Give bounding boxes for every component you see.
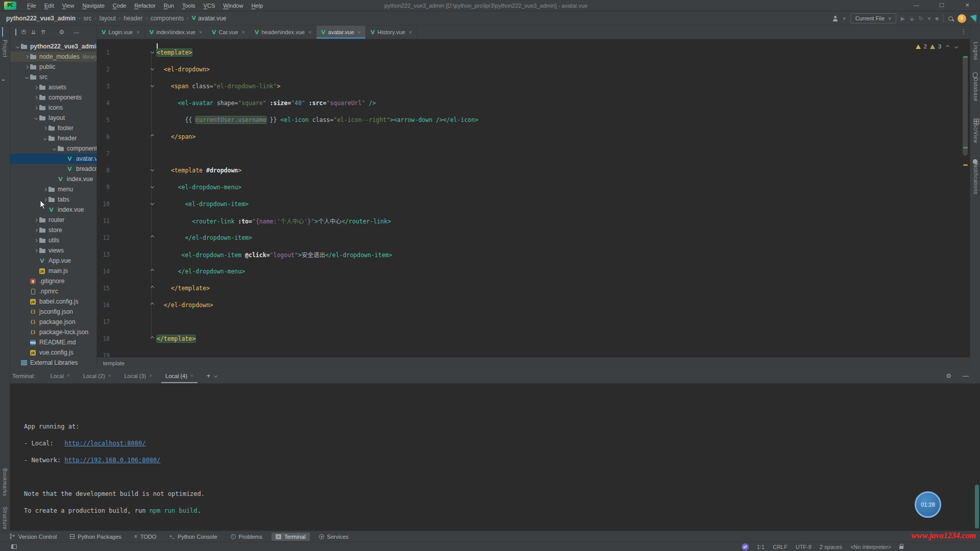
search-everywhere-icon[interactable] [948, 16, 953, 21]
menu-help[interactable]: Help [248, 2, 266, 10]
fold-marker-icon[interactable] [151, 185, 154, 188]
menu-window[interactable]: Window [219, 2, 247, 10]
next-problem-icon[interactable] [954, 44, 958, 48]
menu-navigate[interactable]: Navigate [79, 2, 108, 10]
chevron-right-icon[interactable] [43, 187, 46, 191]
close-terminal-tab-icon[interactable]: × [190, 373, 193, 379]
sidebar-item-project[interactable]: Project [2, 40, 8, 58]
menu-tools[interactable]: Tools [179, 2, 199, 10]
code-editor[interactable]: 2 3 1<template>2 <el-dropdown>3 <span cl… [97, 39, 970, 357]
stop-button[interactable]: ■ [935, 15, 939, 21]
editor-tab-car-vue[interactable]: VCar.vue× [207, 26, 250, 39]
tree-item-readme-md[interactable]: MDREADME.md [10, 337, 96, 347]
chevron-down-icon[interactable] [43, 136, 46, 140]
user-dropdown-arrow-icon[interactable]: ▾ [843, 15, 846, 22]
ide-promo-icon[interactable] [970, 14, 977, 22]
sync-status-icon[interactable]: ⇄ [742, 543, 749, 550]
tree-item-icons[interactable]: icons [10, 103, 96, 113]
toolwindow-button-services[interactable]: Services [315, 533, 353, 541]
sidebar-item-sciview[interactable]: SciView [973, 123, 978, 143]
tree-item-index-vue[interactable]: Vindex.vue [10, 205, 96, 215]
close-terminal-tab-icon[interactable]: × [108, 373, 111, 379]
prev-problem-icon[interactable] [946, 44, 949, 48]
inspections-widget[interactable]: 2 3 [916, 43, 958, 49]
select-opened-file-icon[interactable] [15, 30, 16, 35]
tree-item-python222-vue3-admin[interactable]: python222_vue3_admin [10, 41, 96, 52]
tree-item-router[interactable]: router [10, 215, 96, 225]
fold-marker-icon[interactable] [151, 84, 154, 87]
collapse-all-icon[interactable]: ⇈ [41, 30, 45, 35]
editor-tab-history-vue[interactable]: VHistory.vue× [366, 26, 417, 39]
toolwindow-button-todo[interactable]: ≡TODO [131, 533, 160, 541]
project-stripe-icon[interactable] [2, 28, 3, 37]
chevron-right-icon[interactable] [24, 65, 28, 68]
breadcrumb-file[interactable]: Vavatar.vue [192, 15, 227, 22]
toolwindow-button-version-control[interactable]: Version Control [5, 532, 61, 541]
tree-item-external-libraries[interactable]: External Libraries [10, 358, 96, 368]
chevron-right-icon[interactable] [34, 95, 37, 99]
fold-marker-icon[interactable] [151, 50, 154, 54]
editor-tab-index-index-vue[interactable]: Vindex\index.vue× [145, 26, 207, 39]
fold-marker-icon[interactable] [151, 134, 154, 138]
tab-options-icon[interactable]: ⋮ [961, 28, 967, 35]
sidebar-item-database[interactable]: Database [973, 78, 978, 102]
tree-item-vue-config-js[interactable]: JSvue.config.js [10, 347, 96, 358]
chevron-right-icon[interactable] [34, 218, 37, 221]
status-item-utf-8[interactable]: UTF-8 [796, 544, 812, 550]
tree-item-app-vue[interactable]: VApp.vue [10, 256, 96, 266]
run-configuration-select[interactable]: Current File▾ [850, 13, 896, 23]
menu-run[interactable]: Run [160, 2, 178, 10]
close-tab-icon[interactable]: × [199, 29, 202, 35]
close-tab-icon[interactable]: × [358, 29, 361, 35]
fold-marker-icon[interactable] [151, 336, 154, 340]
close-button[interactable]: ✕ [954, 0, 980, 11]
tool-window-toggle-icon[interactable] [11, 544, 17, 549]
status-item-1-1[interactable]: 1:1 [757, 544, 765, 550]
fold-marker-icon[interactable] [151, 235, 154, 239]
sidebar-item-bookmarks[interactable]: Bookmarks [2, 468, 8, 496]
tree-item-main-js[interactable]: JSmain.js [10, 266, 96, 276]
toolwindow-button-problems[interactable]: !Problems [227, 533, 266, 541]
tree-item-jsconfig-json[interactable]: {}jsconfig.json [10, 307, 96, 317]
tree-item-footer[interactable]: footer [10, 123, 96, 133]
minimize-button[interactable]: — [903, 0, 929, 11]
run-button[interactable]: ▶ [901, 15, 905, 22]
chevron-right-icon[interactable] [34, 85, 37, 89]
chevron-right-icon[interactable] [34, 228, 37, 232]
debug-button[interactable]: ⬙ [910, 15, 914, 22]
lock-icon[interactable] [899, 546, 903, 549]
toolwindow-button-python-packages[interactable]: Python Packages [66, 533, 126, 541]
tree-item--gitignore[interactable]: g.gitignore [10, 276, 96, 286]
tree-item-node-modules[interactable]: node_moduleslibrary root [10, 52, 96, 62]
terminal-tab-local-3-[interactable]: Local (3)× [120, 368, 156, 383]
tree-item-package-json[interactable]: {}package.json [10, 317, 96, 327]
close-terminal-tab-icon[interactable]: × [67, 373, 70, 379]
status-item-crlf[interactable]: CRLF [773, 544, 788, 550]
chevron-down-icon[interactable] [52, 146, 56, 150]
terminal-settings-gear-icon[interactable]: ⚙ [946, 373, 951, 379]
close-tab-icon[interactable]: × [308, 29, 311, 35]
terminal-tab-local[interactable]: Local× [46, 368, 74, 383]
close-terminal-tab-icon[interactable]: × [149, 373, 152, 379]
close-tab-icon[interactable]: × [242, 29, 245, 35]
locate-icon[interactable] [21, 30, 26, 35]
breadcrumb-item[interactable]: layout [100, 15, 116, 22]
hide-panel-icon[interactable]: — [74, 30, 79, 35]
settings-gear-icon[interactable]: ⚙ [59, 29, 64, 35]
terminal-output[interactable]: App running at:- Local: http://localhost… [10, 384, 980, 519]
menu-code[interactable]: Code [109, 2, 130, 10]
chevron-down-icon[interactable] [15, 44, 19, 48]
menu-refactor[interactable]: Refactor [131, 2, 159, 10]
tree-item-breadcrumb-vue[interactable]: Vbreadcrumb.vue [10, 164, 96, 174]
terminal-link[interactable]: http://192.168.0.106:8080/ [64, 457, 160, 464]
more-run-actions-icon[interactable]: ▾ [928, 15, 931, 22]
terminal-tab-local-2-[interactable]: Local (2)× [79, 368, 115, 383]
fold-marker-icon[interactable] [151, 286, 154, 289]
terminal-link[interactable]: http://localhost:8080/ [64, 440, 145, 447]
chevron-right-icon[interactable] [34, 106, 37, 109]
tree-item-babel-config-js[interactable]: JSbabel.config.js [10, 296, 96, 307]
fold-marker-icon[interactable] [151, 67, 154, 70]
terminal-minimize-icon[interactable]: — [963, 373, 969, 379]
status-item-2-spaces[interactable]: 2 spaces [820, 544, 842, 550]
tree-item-layout[interactable]: layout [10, 113, 96, 123]
